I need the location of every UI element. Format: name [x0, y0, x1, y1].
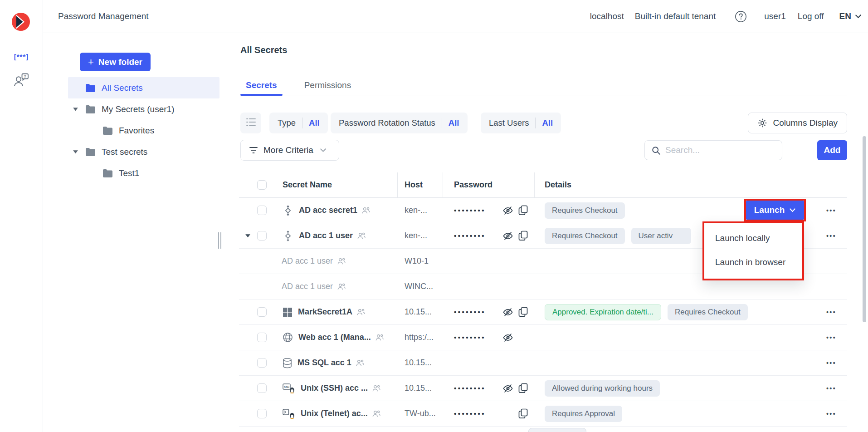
- secret-name[interactable]: Unix (SSH) acc ...: [301, 383, 368, 393]
- host-value: TW-ub...: [405, 409, 436, 418]
- copy-icon[interactable]: [518, 408, 535, 419]
- secret-name[interactable]: Unix (Telnet) ac...: [301, 409, 368, 418]
- copy-icon[interactable]: [518, 205, 535, 216]
- status-badge: Requires Checkout: [545, 228, 625, 244]
- secret-name[interactable]: MS SQL acc 1: [297, 358, 351, 368]
- logoff-link[interactable]: Log off: [798, 11, 824, 21]
- launch-button[interactable]: Launch: [746, 201, 804, 220]
- rail-item-user-requests[interactable]: ?: [0, 73, 43, 89]
- status-badge: Requires Checkout: [668, 304, 748, 320]
- language-selector[interactable]: EN: [839, 11, 862, 21]
- host-value: 10.15...: [405, 383, 432, 393]
- partial-badge: [528, 428, 586, 432]
- folder-icon: [86, 84, 95, 92]
- eye-off-icon[interactable]: [502, 307, 519, 318]
- secret-name[interactable]: AD acc secret1: [299, 206, 357, 215]
- vertical-scrollbar[interactable]: [863, 136, 866, 322]
- ad-icon: [283, 231, 293, 241]
- host-label: localhost: [590, 11, 624, 21]
- select-all-checkbox[interactable]: [257, 180, 267, 190]
- secret-name[interactable]: AD acc 1 user: [299, 231, 353, 241]
- tenant-label[interactable]: Built-in default tenant: [635, 11, 716, 21]
- ad-icon: [283, 205, 293, 216]
- list-icon: [246, 118, 256, 128]
- tree-item[interactable]: Favorites: [68, 120, 219, 141]
- host-value: W10-1: [405, 256, 429, 266]
- more-criteria-button[interactable]: More Criteria: [240, 140, 339, 161]
- copy-icon[interactable]: [518, 231, 535, 241]
- row-checkbox[interactable]: [257, 409, 267, 418]
- filter-rotation-status[interactable]: Password Rotation Status All: [331, 113, 468, 133]
- table-row: Web acc 1 (Mana...https:/...•••••••••••: [239, 325, 847, 350]
- add-button[interactable]: Add: [817, 140, 847, 160]
- filter-icon: [249, 146, 258, 154]
- status-badge: Requires Checkout: [545, 202, 625, 219]
- columns-display-button[interactable]: Columns Display: [748, 113, 847, 133]
- row-actions-menu[interactable]: •••: [826, 232, 836, 240]
- password-mask: ••••••••: [454, 232, 502, 240]
- username[interactable]: user1: [764, 11, 786, 21]
- copy-icon[interactable]: [518, 307, 535, 317]
- tab-permissions[interactable]: Permissions: [299, 77, 356, 95]
- new-folder-button[interactable]: + New folder: [80, 53, 151, 71]
- row-checkbox[interactable]: [257, 333, 267, 342]
- row-actions-menu[interactable]: •••: [826, 359, 836, 367]
- caret-down-icon[interactable]: [73, 107, 80, 111]
- telnet-icon: [283, 408, 295, 419]
- tab-secrets[interactable]: Secrets: [240, 77, 283, 95]
- app-title: Password Management: [58, 11, 149, 21]
- eye-off-icon[interactable]: [502, 205, 519, 216]
- caret-down-icon[interactable]: [73, 150, 80, 154]
- help-icon[interactable]: [735, 10, 747, 23]
- tree-item-label: Test secrets: [102, 147, 147, 157]
- row-checkbox[interactable]: [257, 231, 267, 241]
- launch-menu-item[interactable]: Launch in browser: [704, 250, 802, 274]
- secret-name[interactable]: MarkSecret1A: [298, 307, 352, 317]
- tree-item[interactable]: Test1: [68, 162, 219, 184]
- launch-annotation-box: Launch: [744, 199, 806, 221]
- tree-item-label: My Secrets (user1): [102, 104, 174, 114]
- launch-menu-item[interactable]: Launch locally: [704, 226, 802, 250]
- row-actions-menu[interactable]: •••: [826, 207, 836, 214]
- eye-off-icon[interactable]: [502, 332, 519, 343]
- host-value: 10.15...: [405, 307, 432, 317]
- row-actions-menu[interactable]: •••: [826, 410, 836, 417]
- rail-item-passwords[interactable]: [***]: [0, 53, 43, 60]
- plus-icon: +: [88, 57, 94, 67]
- row-checkbox[interactable]: [257, 206, 267, 215]
- filter-last-users[interactable]: Last Users All: [481, 113, 561, 133]
- tree-item[interactable]: Test secrets: [68, 141, 219, 162]
- row-checkbox[interactable]: [257, 307, 267, 317]
- row-actions-menu[interactable]: •••: [826, 334, 836, 341]
- shared-user-icon: [357, 232, 366, 240]
- password-mask: ••••••••: [454, 384, 502, 392]
- eye-off-icon[interactable]: [502, 231, 519, 241]
- tree-item[interactable]: My Secrets (user1): [68, 98, 219, 120]
- filter-type[interactable]: Type All: [269, 113, 328, 133]
- eye-off-icon[interactable]: [502, 383, 519, 394]
- svg-text:?: ?: [24, 74, 26, 79]
- app-logo-icon[interactable]: [11, 12, 30, 31]
- row-actions-menu[interactable]: •••: [826, 385, 836, 392]
- view-toggle-button[interactable]: [240, 113, 261, 133]
- row-checkbox[interactable]: [257, 383, 267, 393]
- secret-name[interactable]: Web acc 1 (Mana...: [298, 333, 371, 342]
- search-icon: [651, 146, 661, 155]
- gear-icon: [757, 118, 767, 128]
- table-row: Unix (Telnet) ac...TW-ub...••••••••Requi…: [239, 401, 847, 427]
- chevron-down-icon: [855, 14, 862, 19]
- copy-icon[interactable]: [518, 383, 535, 393]
- secret-name: AD acc 1 user: [282, 256, 333, 266]
- filter-row-1: Type All Password Rotation Status All La…: [240, 113, 847, 133]
- host-value: ken-...: [405, 231, 427, 241]
- shared-user-icon: [375, 334, 384, 341]
- database-icon: [283, 358, 292, 368]
- row-actions-menu[interactable]: •••: [826, 309, 836, 316]
- tree-item[interactable]: All Secrets: [68, 77, 219, 98]
- host-value: WINC...: [405, 282, 433, 291]
- folder-icon: [86, 148, 95, 156]
- shared-user-icon: [357, 309, 365, 316]
- caret-down-icon[interactable]: [245, 234, 251, 238]
- row-checkbox[interactable]: [257, 358, 267, 368]
- search-input[interactable]: [665, 145, 776, 155]
